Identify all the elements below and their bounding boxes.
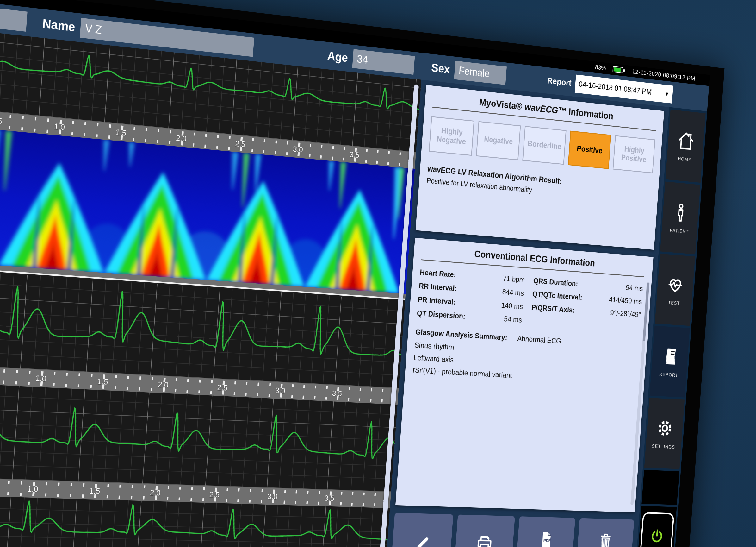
ruler-tick [399, 163, 400, 166]
ruler-tick [320, 155, 322, 158]
ruler-tick [340, 502, 342, 505]
age-input[interactable]: 34 [352, 49, 415, 75]
ruler-tick [176, 378, 177, 382]
report-label: Report [547, 76, 572, 88]
delete-button[interactable]: Delete [576, 518, 634, 547]
standby-frame: STAND BY [639, 512, 674, 547]
classification-highly-negative[interactable]: Highly Negative [429, 116, 474, 156]
ruler-label: 3.0 [293, 144, 303, 154]
ruler-tick [35, 117, 36, 120]
classification-borderline[interactable]: Borderline [522, 126, 566, 165]
ruler-label: 1.5 [89, 486, 101, 496]
ruler-tick [191, 487, 193, 490]
ruler-tick [190, 498, 192, 501]
ruler-tick [145, 139, 146, 142]
export-report-button[interactable]: PDFExport Report [515, 516, 575, 547]
ruler-tick [78, 384, 79, 388]
ruler-tick [382, 389, 383, 392]
ruler-tick [29, 371, 30, 374]
ruler-tick [257, 393, 258, 396]
ruler-tick [374, 493, 376, 496]
ruler-tick [292, 384, 294, 388]
chevron-down-icon: ▼ [664, 90, 669, 97]
name-label: Name [42, 16, 76, 34]
ruler-tick [257, 382, 259, 386]
ruler-tick [179, 497, 180, 500]
id-field-partial[interactable] [0, 6, 28, 32]
ruler-label: 3.0 [267, 492, 278, 501]
sidebar-item-label: HOME [678, 156, 691, 163]
stat-label: QT Dispersion: [417, 309, 466, 321]
sidebar-item-patient[interactable]: PATIENT [660, 182, 700, 254]
ruler-label: 3.5 [324, 494, 335, 503]
title-rest-text: Information [568, 106, 614, 121]
ruler-tick [325, 397, 327, 400]
ruler-tick [238, 488, 240, 492]
ecg-stats: Heart Rate:71 bpmRR Interval:844 msPR In… [417, 268, 643, 333]
ruler-tick [228, 147, 230, 150]
ruler-label: 3.5 [349, 150, 360, 160]
ruler-tick [199, 380, 201, 383]
ruler-tick [249, 500, 251, 503]
glasgow-summary-label: Glasgow Analysis Summary: [415, 328, 508, 342]
ruler-tick [245, 393, 247, 396]
ruler-tick [261, 500, 262, 503]
ruler-tick [187, 390, 188, 393]
ruler-tick [303, 396, 304, 399]
ruler-tick [167, 497, 168, 500]
classification-positive[interactable]: Positive [568, 131, 611, 169]
sidebar-item-home[interactable]: HOME [666, 109, 706, 183]
ruler-tick [8, 481, 10, 484]
trash-icon [596, 531, 615, 547]
stat-row: P/QRS/T Axis:9°/-28°/49° [531, 303, 641, 319]
ruler-tick [193, 143, 194, 146]
ruler-tick [233, 392, 235, 395]
ruler-tick [146, 128, 147, 131]
ruler-tick [71, 483, 72, 486]
ruler-tick [387, 162, 389, 165]
ruler-tick [131, 496, 132, 499]
ruler-tick [106, 495, 108, 498]
ecg-stats-right-column: QRS Duration:94 msQT/QTc Interval:414/45… [530, 277, 643, 333]
battery-icon [612, 65, 626, 74]
ruler-tick [246, 382, 248, 385]
ruler-tick [376, 161, 378, 164]
ruler-tick [374, 503, 375, 506]
sidebar-item-label: SETTINGS [652, 444, 675, 450]
print-button[interactable] [454, 515, 515, 547]
card-scrollbar-thumb[interactable] [643, 283, 649, 341]
ruler-tick [127, 387, 128, 390]
sidebar-item-settings[interactable]: SETTINGS [644, 398, 685, 469]
sex-label: Sex [431, 61, 450, 76]
settings-icon [655, 417, 675, 440]
ruler-tick [3, 381, 5, 384]
classification-negative[interactable]: Negative [476, 121, 521, 160]
ruler-tick [263, 150, 264, 153]
ruler-tick [365, 159, 367, 163]
sidebar-item-test[interactable]: TEST [655, 253, 695, 326]
ruler-tick [286, 152, 288, 155]
sex-input[interactable]: Female [454, 61, 507, 85]
standby-button[interactable]: STAND BY [636, 506, 677, 547]
stat-label: RR Interval: [418, 282, 457, 293]
ruler-tick [34, 128, 35, 132]
ruler-tick [332, 146, 334, 149]
ruler-tick [226, 488, 228, 491]
svg-text:PDF: PDF [543, 538, 551, 543]
edit-report-button[interactable] [391, 513, 453, 547]
stat-row: QT Dispersion:54 ms [417, 309, 522, 325]
classification-highly-positive[interactable]: Highly Positive [613, 135, 655, 173]
ruler-tick [216, 146, 218, 149]
stat-value: 9°/-28°/49° [610, 308, 641, 319]
ruler-tick [97, 123, 98, 126]
ruler-tick [306, 501, 308, 504]
ruler-tick [28, 382, 29, 385]
ruler-tick [46, 129, 48, 133]
sidebar-item-report[interactable]: REPORT [649, 326, 690, 398]
ruler-tick [344, 147, 345, 150]
pdf-icon: PDF [536, 529, 555, 547]
ruler-tick [315, 386, 316, 389]
ruler-label: 1.5 [115, 127, 127, 138]
ruler-tick [399, 152, 401, 155]
ruler-tick [268, 394, 270, 397]
